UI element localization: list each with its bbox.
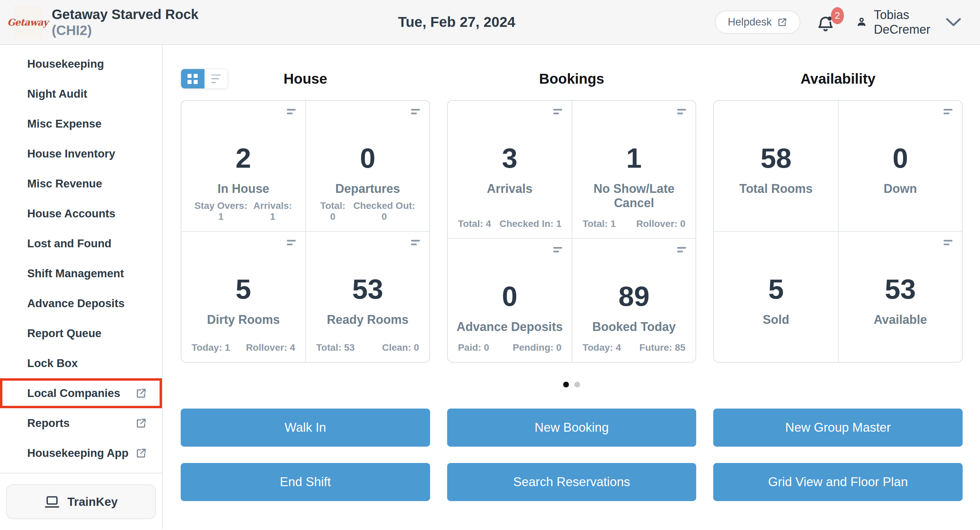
sidebar-item-misc-expense[interactable]: Misc Expense — [0, 109, 162, 139]
sidebar-item-label: Housekeeping App — [27, 447, 129, 460]
sidebar-item-night-audit[interactable]: Night Audit — [0, 79, 162, 109]
stat-tile-down[interactable]: 0 Down — [838, 101, 962, 231]
stat-footer-right: Checked In: 1 — [500, 218, 562, 229]
sidebar-item-misc-revenue[interactable]: Misc Revenue — [0, 169, 162, 199]
stat-label: Sold — [714, 313, 838, 327]
grid-icon — [188, 74, 198, 84]
action-buttons-row-2: End Shift Search Reservations Grid View … — [181, 463, 963, 501]
stat-cards: 2 In House Stay Overs: 1 Arrivals: 1 0 D… — [181, 100, 963, 363]
new-booking-button[interactable]: New Booking — [447, 409, 697, 447]
stat-footer-right: Pending: 0 — [513, 342, 562, 353]
stat-tile-booked-today[interactable]: 89 Booked Today Today: 4 Future: 85 — [572, 238, 695, 362]
list-view-button[interactable] — [205, 69, 228, 89]
property-name: Getaway Starved Rock — [52, 6, 198, 22]
stat-footer-right: Rollover: 4 — [246, 342, 295, 353]
notifications-button[interactable]: 2 — [816, 9, 840, 35]
sidebar-item-report-queue[interactable]: Report Queue — [0, 318, 162, 348]
sidebar-item-shift-management[interactable]: Shift Management — [0, 259, 162, 289]
sidebar-item-housekeeping-app[interactable]: Housekeeping App — [0, 438, 162, 468]
sidebar-item-label: Reports — [27, 417, 70, 430]
stat-tile-ready-rooms[interactable]: 53 Ready Rooms Total: 53 Clean: 0 — [305, 231, 429, 362]
house-card: 2 In House Stay Overs: 1 Arrivals: 1 0 D… — [181, 100, 430, 363]
stat-value: 89 — [572, 282, 695, 310]
user-menu[interactable]: Tobias DeCremer — [856, 8, 961, 37]
list-icon — [211, 75, 221, 83]
action-buttons-row-1: Walk In New Booking New Group Master — [181, 409, 963, 447]
stat-tile-no-show-late-cancel[interactable]: 1 No Show/Late Cancel Total: 1 Rollover:… — [572, 101, 695, 238]
logo-text: Getaway — [7, 17, 48, 27]
current-date: Tue, Feb 27, 2024 — [198, 14, 714, 30]
stat-footer: Paid: 0 Pending: 0 — [458, 342, 562, 353]
stat-tile-departures[interactable]: 0 Departures Total: 0 Checked Out: 0 — [305, 101, 429, 231]
availability-header-cell: Availability — [713, 69, 963, 89]
external-link-icon — [135, 417, 147, 429]
stat-menu-icon[interactable] — [677, 109, 686, 114]
stat-menu-icon[interactable] — [411, 109, 420, 114]
stat-footer-left: Today: 1 — [192, 342, 230, 353]
sidebar-item-reports[interactable]: Reports — [0, 408, 162, 438]
stat-footer-left: Stay Overs: 1 — [192, 200, 250, 222]
stat-label: Advance Deposits — [448, 320, 572, 334]
stat-footer: Total: 53 Clean: 0 — [316, 342, 419, 353]
stat-menu-icon[interactable] — [677, 247, 686, 252]
stat-menu-icon[interactable] — [553, 247, 562, 252]
stat-label: Dirty Rooms — [181, 313, 305, 327]
pagination-dot[interactable] — [563, 382, 569, 387]
sidebar-item-label: Shift Management — [27, 267, 124, 280]
stat-label: Booked Today — [572, 320, 695, 334]
stat-menu-icon[interactable] — [943, 240, 953, 245]
sidebar-item-local-companies[interactable]: Local Companies — [0, 378, 162, 408]
stat-menu-icon[interactable] — [287, 240, 296, 245]
stat-tile-arrivals[interactable]: 3 Arrivals Total: 4 Checked In: 1 — [448, 101, 572, 238]
stat-footer: Today: 4 Future: 85 — [582, 342, 685, 353]
stat-tile-sold[interactable]: 5 Sold — [714, 231, 838, 362]
sidebar-item-house-inventory[interactable]: House Inventory — [0, 139, 162, 169]
grid-view-floor-plan-button[interactable]: Grid View and Floor Plan — [713, 463, 963, 501]
stat-value: 0 — [306, 144, 429, 172]
search-reservations-button[interactable]: Search Reservations — [447, 463, 697, 501]
sidebar-item-label: Night Audit — [27, 87, 88, 100]
section-headers: House Bookings Availability — [181, 69, 963, 89]
stat-menu-icon[interactable] — [411, 240, 420, 245]
stat-footer: Total: 4 Checked In: 1 — [458, 218, 562, 229]
app-header: Getaway Getaway Starved Rock (CHI2) Tue,… — [0, 0, 980, 45]
new-group-master-button[interactable]: New Group Master — [713, 409, 963, 447]
stat-menu-icon[interactable] — [553, 109, 562, 114]
house-header-cell: House — [181, 69, 430, 89]
user-last-name: DeCremer — [874, 22, 930, 37]
trainkey-button[interactable]: TrainKey — [6, 484, 156, 519]
stat-tile-in-house[interactable]: 2 In House Stay Overs: 1 Arrivals: 1 — [181, 101, 305, 231]
stat-label: Total Rooms — [714, 182, 838, 196]
property-title-block: Getaway Starved Rock (CHI2) — [52, 6, 198, 38]
sidebar-item-lost-and-found[interactable]: Lost and Found — [0, 229, 162, 259]
sidebar-item-lock-box[interactable]: Lock Box — [0, 348, 162, 378]
view-toggle[interactable] — [181, 69, 228, 89]
helpdesk-button[interactable]: Helpdesk — [715, 11, 800, 34]
sidebar-item-advance-deposits[interactable]: Advance Deposits — [0, 289, 162, 318]
stat-value: 0 — [448, 282, 572, 310]
stat-tile-advance-deposits[interactable]: 0 Advance Deposits Paid: 0 Pending: 0 — [448, 238, 572, 362]
stat-footer-left: Total: 0 — [316, 200, 349, 222]
end-shift-button[interactable]: End Shift — [181, 463, 430, 501]
stat-tile-total-rooms[interactable]: 58 Total Rooms — [714, 101, 838, 231]
stat-tile-dirty-rooms[interactable]: 5 Dirty Rooms Today: 1 Rollover: 4 — [181, 231, 305, 362]
sidebar-item-housekeeping[interactable]: Housekeeping — [0, 49, 162, 79]
section-title-bookings: Bookings — [539, 71, 604, 87]
carousel-pagination — [181, 382, 963, 387]
stat-menu-icon[interactable] — [287, 109, 296, 114]
stat-menu-icon[interactable] — [943, 109, 953, 114]
stat-label: In House — [181, 182, 305, 196]
dashboard: House Bookings Availability 2 In House S… — [163, 45, 980, 529]
walk-in-button[interactable]: Walk In — [181, 409, 430, 447]
stat-label: Ready Rooms — [306, 313, 429, 327]
sidebar-item-label: Lock Box — [27, 357, 78, 370]
stat-footer-right: Checked Out: 0 — [350, 200, 419, 222]
grid-view-button[interactable] — [181, 69, 205, 89]
getaway-logo: Getaway — [13, 5, 42, 39]
section-title-availability: Availability — [801, 71, 875, 87]
pagination-dot[interactable] — [574, 382, 580, 387]
sidebar-item-house-accounts[interactable]: House Accounts — [0, 199, 162, 229]
bookings-card: 3 Arrivals Total: 4 Checked In: 1 1 No S… — [447, 100, 697, 363]
stat-footer-right: Future: 85 — [640, 342, 685, 353]
stat-tile-available[interactable]: 53 Available — [838, 231, 962, 362]
